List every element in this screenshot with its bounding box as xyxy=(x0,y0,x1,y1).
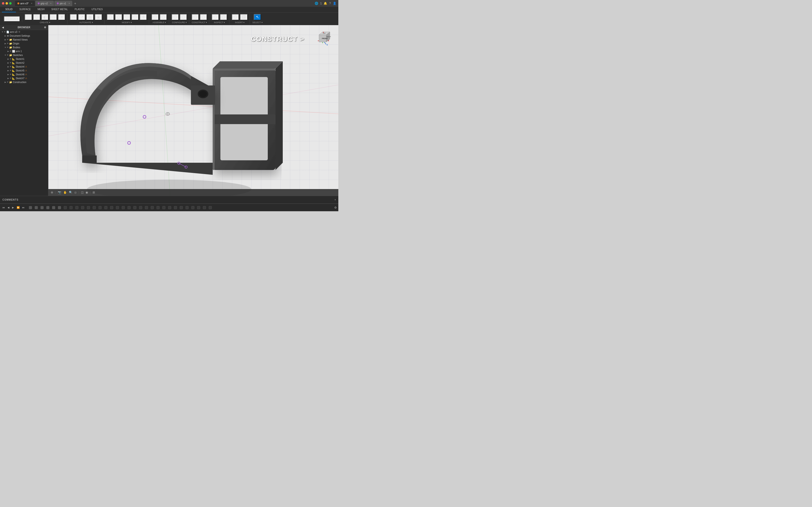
timeline-step-10[interactable] xyxy=(86,205,91,210)
visibility-icon[interactable]: 👁 xyxy=(7,46,9,49)
timeline-step-14[interactable] xyxy=(109,205,114,210)
tree-item-arm1[interactable]: ▶👁⬜arm 1 xyxy=(0,49,48,53)
visibility-icon[interactable]: 👁 xyxy=(10,77,12,79)
timeline-step-3[interactable] xyxy=(45,205,51,210)
assemble-btn1[interactable]: ⬡ xyxy=(152,14,159,20)
tree-expand-icon[interactable]: ▶ xyxy=(7,50,10,53)
browser-settings-icon[interactable]: ⚙ xyxy=(44,26,46,29)
timeline-first-btn[interactable]: ⏮ xyxy=(1,206,6,210)
orbit-icon[interactable]: ✋ xyxy=(63,190,67,194)
globe-icon[interactable]: 🌐 xyxy=(315,2,318,5)
tree-item-construction[interactable]: ▶👁📁Construction xyxy=(0,80,48,84)
close-window-dot[interactable] xyxy=(2,2,4,5)
revolve-btn[interactable]: ◐ xyxy=(41,14,49,20)
tree-item-sketch5[interactable]: ▶👁📐Sketch5⚠ xyxy=(0,68,48,72)
tree-item-sketch2[interactable]: ▶👁📐Sketch2 xyxy=(0,61,48,65)
timeline-step-15[interactable] xyxy=(115,205,120,210)
camera-snap-icon[interactable]: 📷 xyxy=(57,190,62,194)
extrude-btn[interactable]: ⬡ xyxy=(33,14,40,20)
ribbon-tab-surface[interactable]: SURFACE xyxy=(16,7,34,12)
select-btn[interactable]: ↖ xyxy=(254,14,261,20)
timeline-step-4[interactable] xyxy=(51,205,56,210)
bell-icon[interactable]: 🔔 xyxy=(323,2,327,5)
automate-btn4[interactable]: ▣ xyxy=(95,14,102,20)
ribbon-tab-solid[interactable]: SOLID xyxy=(2,7,16,12)
notification-count[interactable]: 1 xyxy=(320,2,322,5)
move-btn[interactable]: ✛ xyxy=(140,14,147,20)
user-icon[interactable]: 👤 xyxy=(333,2,337,5)
tree-item-sketch1[interactable]: ▶👁📐Sketch1 xyxy=(0,57,48,61)
visibility-icon[interactable]: 👁 xyxy=(4,31,6,33)
timeline-step-24[interactable] xyxy=(167,205,172,210)
timeline-step-16[interactable] xyxy=(120,205,126,210)
timeline-step-23[interactable] xyxy=(161,205,166,210)
timeline-step-8[interactable] xyxy=(74,205,80,210)
timeline-step-25[interactable] xyxy=(173,205,178,210)
automate-btn3[interactable]: ▦ xyxy=(86,14,94,20)
minimize-window-dot[interactable] xyxy=(6,2,8,5)
automate-btn2[interactable]: ↗ xyxy=(78,14,85,20)
timeline-step-31[interactable] xyxy=(208,205,213,210)
timeline-step-26[interactable] xyxy=(179,205,184,210)
construct-btn1[interactable]: ⬡ xyxy=(192,14,199,20)
tree-item-arm-v3[interactable]: ▼👁📄arm v3⚙ xyxy=(0,30,48,34)
visibility-icon[interactable]: 👁 xyxy=(7,81,9,83)
timeline-step-17[interactable] xyxy=(126,205,132,210)
visibility-icon[interactable]: 👁 xyxy=(10,69,12,72)
tree-item-named-views[interactable]: ▶👁📁Named Views xyxy=(0,38,48,42)
tree-expand-icon[interactable]: ▶ xyxy=(4,34,7,37)
display-mode-icon[interactable]: ◫ xyxy=(81,190,84,194)
timeline-step-27[interactable] xyxy=(185,205,190,210)
timeline-step-13[interactable] xyxy=(103,205,108,210)
loft-btn[interactable]: ✦ xyxy=(58,14,65,20)
timeline-step-20[interactable] xyxy=(144,205,149,210)
grid-icon[interactable]: ⊞ xyxy=(92,190,95,194)
timeline-step-19[interactable] xyxy=(138,205,143,210)
design-dropdown[interactable]: DESIGN ▾ xyxy=(4,16,20,22)
tree-expand-icon[interactable]: ▼ xyxy=(4,54,7,56)
visibility-icon[interactable]: 👁 xyxy=(10,50,12,52)
comments-close-icon[interactable]: × xyxy=(335,199,336,201)
timeline-step-1[interactable] xyxy=(34,205,39,210)
timeline-step-6[interactable] xyxy=(63,205,68,210)
tree-expand-icon[interactable]: ▶ xyxy=(7,77,10,80)
tree-expand-icon[interactable]: ▶ xyxy=(7,73,10,76)
visual-style-icon[interactable]: ◉ xyxy=(85,190,89,194)
ribbon-tab-sheet-metal[interactable]: SHEET METAL xyxy=(48,7,71,12)
tree-expand-icon[interactable]: ▼ xyxy=(1,31,4,33)
visibility-icon[interactable]: 👁 xyxy=(7,43,9,45)
tab-close-icon[interactable]: × xyxy=(31,2,32,5)
visibility-icon[interactable]: 👁 xyxy=(10,66,12,68)
timeline-play-btn[interactable]: ▶ xyxy=(11,206,15,210)
timeline-step-11[interactable] xyxy=(92,205,97,210)
maximize-window-dot[interactable] xyxy=(9,2,12,5)
collapse-icon[interactable]: ◀ xyxy=(2,26,4,29)
view-cube[interactable]: FRONT RIGHT TOP Y X Z xyxy=(314,30,331,47)
automate-btn1[interactable]: ✂ xyxy=(70,14,77,20)
settings-icon[interactable]: ⚙ xyxy=(334,206,337,209)
timeline-step-2[interactable] xyxy=(39,205,45,210)
tab-close-icon[interactable]: × xyxy=(50,2,51,5)
timeline-step-7[interactable] xyxy=(68,205,74,210)
visibility-icon[interactable]: 👁 xyxy=(7,39,9,41)
timeline-step-9[interactable] xyxy=(80,205,85,210)
inspect-btn2[interactable]: ⬡ xyxy=(220,14,227,20)
root-settings-icon[interactable]: ⚙ xyxy=(18,31,20,33)
tab-pin-v1[interactable]: pin v1 × xyxy=(54,1,72,6)
tab-close-icon[interactable]: × xyxy=(69,2,70,5)
insert-btn2[interactable]: 🖼 xyxy=(240,14,248,20)
tree-expand-icon[interactable]: ▶ xyxy=(4,80,7,83)
visibility-icon[interactable]: 👁 xyxy=(7,54,9,56)
zoom-fit-icon[interactable]: ⊡ xyxy=(74,191,77,194)
new-component-btn[interactable]: ⬚ xyxy=(24,14,32,20)
insert-btn1[interactable]: ⬡ xyxy=(232,14,239,20)
tree-expand-icon[interactable]: ▶ xyxy=(7,69,10,72)
inspect-btn1[interactable]: ⬡ xyxy=(212,14,219,20)
timeline-step-18[interactable] xyxy=(132,205,138,210)
ribbon-tab-utilities[interactable]: UTILITIES xyxy=(88,7,106,12)
timeline-step-22[interactable] xyxy=(155,205,161,210)
timeline-last-btn[interactable]: ⏭ xyxy=(21,206,26,210)
tree-item-sketch4[interactable]: ▶👁📐Sketch4⚠ xyxy=(0,65,48,68)
assemble-btn2[interactable]: ⬡ xyxy=(160,14,167,20)
modify-btn3[interactable]: ⬡ xyxy=(123,14,131,20)
